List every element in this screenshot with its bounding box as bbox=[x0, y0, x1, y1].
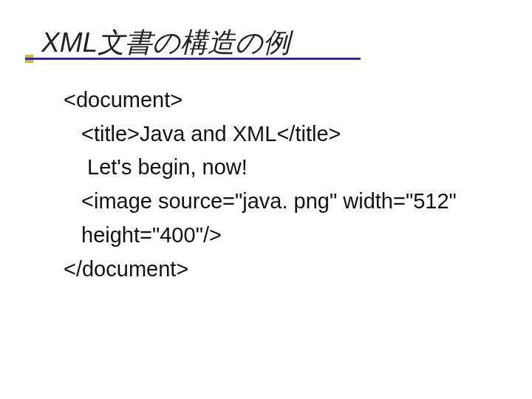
slide-title: XML文書の構造の例 bbox=[41, 28, 532, 58]
code-line-1: <document> bbox=[64, 83, 532, 117]
xml-code-block: <document> <title>Java and XML</title> L… bbox=[64, 83, 532, 287]
code-line-4: <image source="java. png" width="512" bbox=[64, 185, 532, 219]
code-line-5: height="400"/> bbox=[64, 219, 532, 253]
code-line-3: Let's begin, now! bbox=[64, 151, 532, 185]
heading-underline bbox=[25, 58, 361, 60]
code-line-2: <title>Java and XML</title> bbox=[64, 117, 532, 151]
slide-heading-wrap: XML文書の構造の例 bbox=[41, 28, 532, 58]
code-line-6: </document> bbox=[64, 253, 532, 287]
